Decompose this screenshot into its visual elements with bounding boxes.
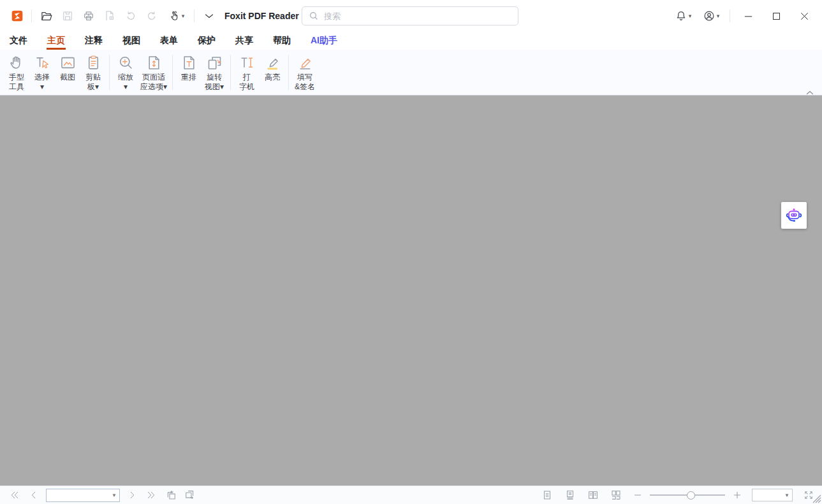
- tool-label: 手型 工具: [9, 73, 24, 92]
- facing-view-button[interactable]: [586, 488, 600, 502]
- collapse-ribbon-button[interactable]: [805, 87, 816, 94]
- ribbon-display-options-button[interactable]: [198, 6, 219, 26]
- page-number-combobox[interactable]: ▼: [46, 489, 120, 502]
- group-divider: [109, 55, 110, 90]
- status-bar: ▼: [0, 486, 822, 504]
- notifications-caret: ▾: [689, 13, 692, 19]
- last-page-button[interactable]: [144, 488, 158, 502]
- next-page-button[interactable]: [125, 488, 139, 502]
- snapshot-icon: [59, 54, 77, 71]
- snapshot-button[interactable]: 截图: [55, 50, 80, 95]
- tab-protect[interactable]: 保护: [197, 32, 216, 50]
- window-resize-grip[interactable]: [812, 494, 821, 503]
- close-button[interactable]: [790, 5, 818, 27]
- tool-label: 旋转 视图▾: [205, 73, 224, 92]
- tool-label: 填写 &签名: [295, 73, 315, 92]
- tab-file[interactable]: 文件: [9, 32, 28, 50]
- touch-mode-caret: ▾: [182, 13, 185, 19]
- highlight-icon: [264, 54, 281, 71]
- ribbon-toolbar: 手型 工具 选择 ▾ 截图 剪贴 板▾ 缩放 ▾ 页面适 应选项▾ 重排: [0, 50, 822, 96]
- hand-icon: [8, 54, 26, 71]
- divider: [31, 10, 32, 22]
- zoom-icon: [117, 54, 135, 71]
- single-page-view-button[interactable]: [540, 488, 554, 502]
- clipboard-button[interactable]: 剪贴 板▾: [80, 50, 106, 95]
- open-file-button[interactable]: [36, 6, 57, 26]
- page-fit-options-button[interactable]: 页面适 应选项▾: [138, 50, 169, 95]
- previous-page-button[interactable]: [27, 488, 41, 502]
- search-input[interactable]: [324, 11, 511, 21]
- ribbon-tab-bar: 文件 主页 注释 视图 表单 保护 共享 帮助 AI助手: [0, 32, 822, 50]
- notifications-button[interactable]: ▾: [670, 6, 696, 26]
- highlight-button[interactable]: 高亮: [260, 50, 285, 95]
- document-area: [0, 96, 822, 486]
- group-divider: [230, 55, 231, 90]
- zoom-combo-arrow[interactable]: ▼: [782, 493, 792, 498]
- hand-tool-button[interactable]: 手型 工具: [4, 50, 29, 95]
- previous-view-button[interactable]: [165, 488, 179, 502]
- undo-button[interactable]: [120, 6, 141, 26]
- save-button[interactable]: [57, 6, 78, 26]
- touch-mode-button[interactable]: ▾: [162, 6, 190, 26]
- print-button[interactable]: [78, 6, 99, 26]
- redo-button[interactable]: [141, 6, 162, 26]
- select-tool-button[interactable]: 选择 ▾: [29, 50, 55, 95]
- account-icon: [703, 10, 716, 22]
- next-view-button[interactable]: [182, 488, 196, 502]
- typewriter-button[interactable]: 打 字机: [234, 50, 260, 95]
- zoom-slider-thumb[interactable]: [687, 491, 695, 500]
- maximize-button[interactable]: [762, 5, 790, 27]
- zoom-out-button[interactable]: [631, 488, 645, 502]
- tool-label: 选择 ▾: [34, 73, 50, 92]
- page-number-input[interactable]: [47, 491, 109, 500]
- reflow-button[interactable]: 重排: [176, 50, 202, 95]
- divider: [194, 10, 194, 22]
- tool-label: 高亮: [265, 73, 280, 82]
- tab-share[interactable]: 共享: [235, 32, 254, 50]
- tab-view[interactable]: 视图: [122, 32, 141, 50]
- app-title: Foxit PDF Reader: [224, 11, 299, 21]
- search-box[interactable]: [302, 6, 518, 25]
- zoom-slider[interactable]: [650, 488, 725, 502]
- tool-label: 打 字机: [239, 73, 254, 92]
- select-icon: [34, 54, 51, 71]
- ai-assistant-fab[interactable]: [781, 202, 807, 229]
- rotate-view-icon: [206, 54, 223, 71]
- group-divider: [172, 55, 173, 90]
- account-button[interactable]: ▾: [696, 6, 726, 26]
- fill-sign-icon: [297, 54, 314, 71]
- group-divider: [288, 55, 289, 90]
- page-fit-icon: [145, 54, 163, 71]
- tool-label: 页面适 应选项▾: [140, 73, 167, 92]
- tab-ai-assistant[interactable]: AI助手: [310, 32, 338, 50]
- page-combo-arrow[interactable]: ▼: [109, 493, 119, 498]
- ai-robot-icon: [784, 206, 804, 225]
- account-caret: ▾: [717, 13, 720, 19]
- reflow-icon: [180, 54, 198, 71]
- tab-comment[interactable]: 注释: [84, 32, 103, 50]
- fill-sign-button[interactable]: 填写 &签名: [292, 50, 318, 95]
- zoom-level-combobox[interactable]: ▼: [752, 489, 793, 501]
- tool-label: 缩放 ▾: [118, 73, 133, 92]
- zoom-tool-button[interactable]: 缩放 ▾: [113, 50, 138, 95]
- continuous-view-button[interactable]: [563, 488, 577, 502]
- organize-pages-button[interactable]: [99, 6, 120, 26]
- zoom-level-input[interactable]: [752, 491, 782, 500]
- tool-label: 截图: [60, 73, 75, 82]
- first-page-button[interactable]: [8, 488, 22, 502]
- tool-label: 重排: [181, 73, 196, 82]
- foxit-logo-icon: [6, 6, 27, 26]
- rotate-view-button[interactable]: 旋转 视图▾: [202, 50, 227, 95]
- divider: [730, 10, 730, 22]
- facing-continuous-view-button[interactable]: [609, 488, 623, 502]
- typewriter-icon: [239, 54, 256, 71]
- bell-icon: [675, 10, 687, 22]
- tool-label: 剪贴 板▾: [85, 73, 101, 92]
- search-icon: [309, 11, 319, 21]
- tab-form[interactable]: 表单: [159, 32, 179, 50]
- zoom-in-button[interactable]: [730, 488, 744, 502]
- minimize-button[interactable]: [734, 5, 762, 27]
- tab-help[interactable]: 帮助: [272, 32, 291, 50]
- app-window: ▾ Foxit PDF Reader ▾ ▾: [0, 0, 822, 504]
- tab-home[interactable]: 主页: [47, 32, 66, 50]
